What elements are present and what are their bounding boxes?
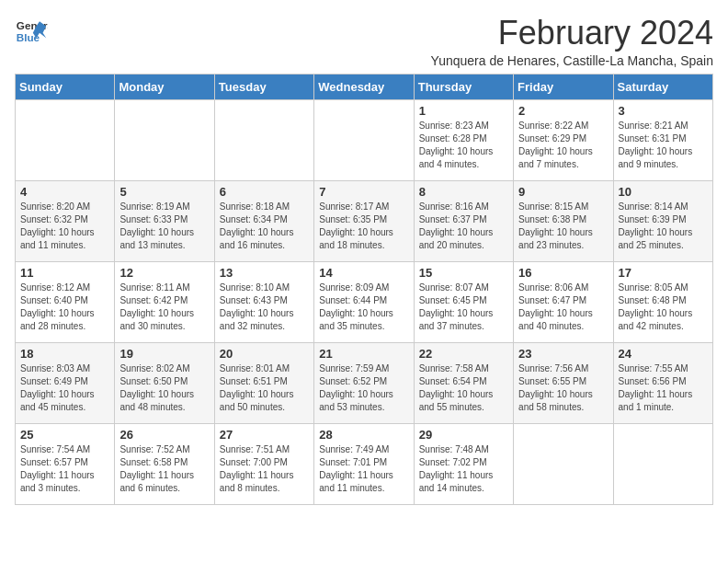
day-number: 4 <box>20 185 109 199</box>
day-number: 29 <box>419 428 508 442</box>
calendar-cell <box>115 99 214 180</box>
logo-icon: General Blue <box>15 15 48 48</box>
day-detail: Sunrise: 8:03 AM Sunset: 6:49 PM Dayligh… <box>20 362 109 414</box>
day-detail: Sunrise: 8:01 AM Sunset: 6:51 PM Dayligh… <box>220 362 309 414</box>
day-detail: Sunrise: 8:10 AM Sunset: 6:43 PM Dayligh… <box>220 282 309 333</box>
day-detail: Sunrise: 7:56 AM Sunset: 6:55 PM Dayligh… <box>518 362 608 414</box>
day-number: 12 <box>119 266 209 280</box>
day-number: 1 <box>419 104 508 118</box>
day-number: 23 <box>518 347 608 361</box>
day-number: 20 <box>220 347 309 361</box>
day-number: 27 <box>220 428 309 442</box>
calendar-week-row: 4Sunrise: 8:20 AM Sunset: 6:32 PM Daylig… <box>16 180 713 261</box>
day-number: 26 <box>119 428 209 442</box>
day-detail: Sunrise: 7:51 AM Sunset: 7:00 PM Dayligh… <box>220 443 309 495</box>
day-detail: Sunrise: 8:18 AM Sunset: 6:34 PM Dayligh… <box>220 201 309 252</box>
location-subtitle: Yunquera de Henares, Castille-La Mancha,… <box>431 53 713 68</box>
day-number: 14 <box>319 266 408 280</box>
header-thursday: Thursday <box>414 74 513 99</box>
header-wednesday: Wednesday <box>314 74 414 99</box>
day-number: 11 <box>20 266 109 280</box>
day-number: 10 <box>619 185 708 199</box>
day-detail: Sunrise: 7:55 AM Sunset: 6:56 PM Dayligh… <box>619 362 708 414</box>
calendar-cell: 17Sunrise: 8:05 AM Sunset: 6:48 PM Dayli… <box>613 261 712 342</box>
calendar-cell <box>514 423 613 504</box>
day-detail: Sunrise: 8:05 AM Sunset: 6:48 PM Dayligh… <box>619 282 708 333</box>
day-number: 8 <box>419 185 508 199</box>
calendar-cell <box>16 99 115 180</box>
header-tuesday: Tuesday <box>214 74 313 99</box>
calendar-cell: 20Sunrise: 8:01 AM Sunset: 6:51 PM Dayli… <box>214 342 313 423</box>
day-number: 15 <box>419 266 508 280</box>
calendar-cell: 18Sunrise: 8:03 AM Sunset: 6:49 PM Dayli… <box>16 342 115 423</box>
day-detail: Sunrise: 8:20 AM Sunset: 6:32 PM Dayligh… <box>20 201 109 252</box>
calendar-cell: 22Sunrise: 7:58 AM Sunset: 6:54 PM Dayli… <box>414 342 513 423</box>
day-detail: Sunrise: 8:23 AM Sunset: 6:28 PM Dayligh… <box>419 120 508 171</box>
header-friday: Friday <box>514 74 613 99</box>
day-detail: Sunrise: 7:59 AM Sunset: 6:52 PM Dayligh… <box>319 362 408 414</box>
day-detail: Sunrise: 8:16 AM Sunset: 6:37 PM Dayligh… <box>419 201 508 252</box>
calendar-cell <box>314 99 414 180</box>
day-detail: Sunrise: 7:49 AM Sunset: 7:01 PM Dayligh… <box>319 443 408 495</box>
calendar-cell: 25Sunrise: 7:54 AM Sunset: 6:57 PM Dayli… <box>16 423 115 504</box>
day-detail: Sunrise: 7:48 AM Sunset: 7:02 PM Dayligh… <box>419 443 508 495</box>
day-detail: Sunrise: 8:17 AM Sunset: 6:35 PM Dayligh… <box>319 201 408 252</box>
calendar-cell: 10Sunrise: 8:14 AM Sunset: 6:39 PM Dayli… <box>613 180 712 261</box>
day-detail: Sunrise: 8:11 AM Sunset: 6:42 PM Dayligh… <box>119 282 209 333</box>
calendar-cell: 23Sunrise: 7:56 AM Sunset: 6:55 PM Dayli… <box>514 342 613 423</box>
calendar-week-row: 11Sunrise: 8:12 AM Sunset: 6:40 PM Dayli… <box>16 261 713 342</box>
calendar-cell: 13Sunrise: 8:10 AM Sunset: 6:43 PM Dayli… <box>214 261 313 342</box>
day-detail: Sunrise: 7:54 AM Sunset: 6:57 PM Dayligh… <box>20 443 109 495</box>
day-detail: Sunrise: 8:12 AM Sunset: 6:40 PM Dayligh… <box>20 282 109 333</box>
day-detail: Sunrise: 8:14 AM Sunset: 6:39 PM Dayligh… <box>619 201 708 252</box>
day-number: 3 <box>619 104 708 118</box>
calendar-cell: 3Sunrise: 8:21 AM Sunset: 6:31 PM Daylig… <box>613 99 712 180</box>
calendar-cell: 7Sunrise: 8:17 AM Sunset: 6:35 PM Daylig… <box>314 180 414 261</box>
calendar-cell: 1Sunrise: 8:23 AM Sunset: 6:28 PM Daylig… <box>414 99 513 180</box>
calendar-cell: 6Sunrise: 8:18 AM Sunset: 6:34 PM Daylig… <box>214 180 313 261</box>
calendar-header-row: SundayMondayTuesdayWednesdayThursdayFrid… <box>16 74 713 99</box>
day-detail: Sunrise: 7:52 AM Sunset: 6:58 PM Dayligh… <box>119 443 209 495</box>
header-saturday: Saturday <box>613 74 712 99</box>
day-number: 6 <box>220 185 309 199</box>
day-number: 22 <box>419 347 508 361</box>
calendar-cell <box>214 99 313 180</box>
day-number: 28 <box>319 428 408 442</box>
day-detail: Sunrise: 8:15 AM Sunset: 6:38 PM Dayligh… <box>518 201 608 252</box>
day-number: 9 <box>518 185 608 199</box>
header-sunday: Sunday <box>16 74 115 99</box>
day-detail: Sunrise: 8:21 AM Sunset: 6:31 PM Dayligh… <box>619 120 708 171</box>
calendar-cell: 28Sunrise: 7:49 AM Sunset: 7:01 PM Dayli… <box>314 423 414 504</box>
calendar-cell: 9Sunrise: 8:15 AM Sunset: 6:38 PM Daylig… <box>514 180 613 261</box>
calendar-table: SundayMondayTuesdayWednesdayThursdayFrid… <box>15 74 713 505</box>
calendar-cell <box>613 423 712 504</box>
page-header: General Blue February 2024 Yunquera de H… <box>15 15 713 68</box>
day-number: 17 <box>619 266 708 280</box>
day-number: 13 <box>220 266 309 280</box>
day-number: 19 <box>119 347 209 361</box>
day-detail: Sunrise: 8:22 AM Sunset: 6:29 PM Dayligh… <box>518 120 608 171</box>
day-number: 18 <box>20 347 109 361</box>
calendar-cell: 5Sunrise: 8:19 AM Sunset: 6:33 PM Daylig… <box>115 180 214 261</box>
calendar-cell: 29Sunrise: 7:48 AM Sunset: 7:02 PM Dayli… <box>414 423 513 504</box>
calendar-cell: 21Sunrise: 7:59 AM Sunset: 6:52 PM Dayli… <box>314 342 414 423</box>
calendar-cell: 4Sunrise: 8:20 AM Sunset: 6:32 PM Daylig… <box>16 180 115 261</box>
day-number: 21 <box>319 347 408 361</box>
calendar-cell: 15Sunrise: 8:07 AM Sunset: 6:45 PM Dayli… <box>414 261 513 342</box>
calendar-cell: 19Sunrise: 8:02 AM Sunset: 6:50 PM Dayli… <box>115 342 214 423</box>
calendar-cell: 16Sunrise: 8:06 AM Sunset: 6:47 PM Dayli… <box>514 261 613 342</box>
day-number: 5 <box>119 185 209 199</box>
calendar-cell: 11Sunrise: 8:12 AM Sunset: 6:40 PM Dayli… <box>16 261 115 342</box>
logo: General Blue <box>15 15 48 48</box>
day-detail: Sunrise: 8:06 AM Sunset: 6:47 PM Dayligh… <box>518 282 608 333</box>
calendar-week-row: 25Sunrise: 7:54 AM Sunset: 6:57 PM Dayli… <box>16 423 713 504</box>
calendar-cell: 26Sunrise: 7:52 AM Sunset: 6:58 PM Dayli… <box>115 423 214 504</box>
header-monday: Monday <box>115 74 214 99</box>
day-number: 25 <box>20 428 109 442</box>
calendar-week-row: 18Sunrise: 8:03 AM Sunset: 6:49 PM Dayli… <box>16 342 713 423</box>
calendar-cell: 14Sunrise: 8:09 AM Sunset: 6:44 PM Dayli… <box>314 261 414 342</box>
month-title: February 2024 <box>431 15 713 52</box>
calendar-cell: 2Sunrise: 8:22 AM Sunset: 6:29 PM Daylig… <box>514 99 613 180</box>
day-detail: Sunrise: 8:02 AM Sunset: 6:50 PM Dayligh… <box>119 362 209 414</box>
day-number: 24 <box>619 347 708 361</box>
